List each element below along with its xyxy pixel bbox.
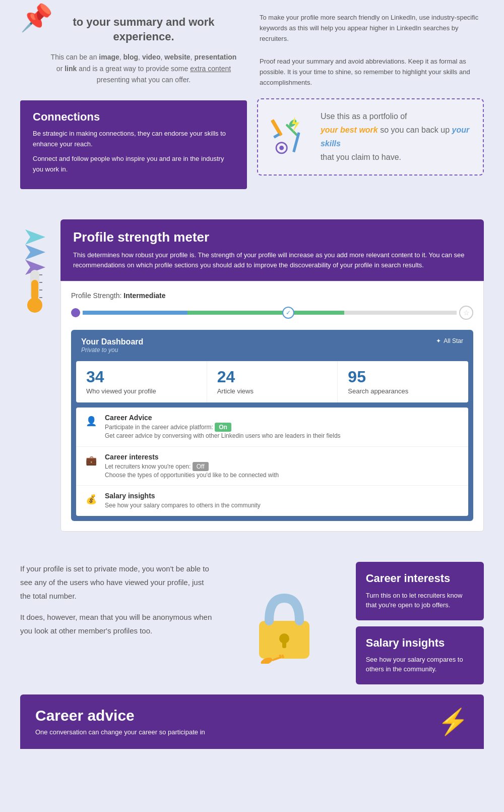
portfolio-line1: Use this as a portfolio of: [321, 112, 407, 121]
connections-para2: Connect and follow people who inspire yo…: [33, 154, 234, 175]
lightning-icon-area: ⚡: [437, 707, 469, 736]
stat-search-number: 95: [348, 369, 458, 385]
allstar-icon: ✦: [436, 337, 441, 344]
portfolio-box: Use this as a portfolio of your best wor…: [257, 98, 484, 176]
allstar-label: All Star: [444, 337, 463, 344]
svg-marker-9: [25, 245, 45, 260]
progress-bar: ✓: [83, 311, 457, 315]
salary-insights-title: Salary insights: [105, 492, 261, 500]
lock-svg: [246, 583, 322, 664]
svg-rect-20: [282, 641, 286, 648]
progress-check: ✓: [282, 307, 294, 319]
career-interests-desc: Choose the types of opportunities you'd …: [105, 471, 279, 480]
feature-career-advice: 👤 Career Advice Participate in the caree…: [76, 408, 468, 447]
portfolio-orange1: your best work: [321, 126, 378, 134]
left-panel: 📌 to your summary and work experience. T…: [20, 10, 247, 189]
stat-views: 34 Who viewed your profile: [76, 361, 207, 402]
svg-rect-12: [31, 280, 38, 300]
feature-salary-insights: 💰 Salary insights See how your salary co…: [76, 486, 468, 516]
stat-articles: 24 Article views: [207, 361, 338, 402]
career-advice-toggle-line: Participate in the career advice platfor…: [105, 423, 341, 432]
progress-dot: [71, 308, 80, 317]
career-advice-title: Career Advice: [105, 414, 341, 422]
salary-insights-desc: See how your salary compares to others i…: [105, 501, 261, 510]
right-tip2: Proof read your summary and avoid abbrev…: [257, 54, 484, 90]
portfolio-line3: that you claim to have.: [321, 153, 401, 161]
strength-header: Profile strength meter This determines h…: [60, 219, 484, 281]
dashboard-stats: 34 Who viewed your profile 24 Article vi…: [76, 361, 468, 402]
svg-marker-8: [25, 229, 45, 245]
dashboard-title: Your Dashboard: [81, 337, 143, 346]
stat-search-label: Search appearances: [348, 387, 458, 395]
career-interests-card: Career interests Turn this on to let rec…: [356, 562, 484, 620]
portfolio-text: Use this as a portfolio of your best wor…: [321, 109, 473, 164]
left-content: to your summary and work experience. Thi…: [20, 10, 247, 90]
career-advice-icon: 👤: [84, 414, 99, 429]
career-interests-card-title: Career interests: [366, 572, 474, 585]
profile-strength-label: Profile Strength: Intermediate: [71, 292, 473, 300]
career-advice-footer-title: Career advice: [35, 707, 205, 724]
tools-illustration: [268, 111, 313, 162]
salary-insights-icon: 💰: [84, 492, 99, 507]
connections-title: Connections: [33, 110, 234, 124]
stat-views-number: 34: [86, 369, 197, 385]
dashboard-features: 👤 Career Advice Participate in the caree…: [76, 408, 468, 516]
stat-views-label: Who viewed your profile: [86, 387, 197, 395]
dashboard-subtitle: Private to you: [81, 346, 143, 354]
strength-description: This determines how robust your profile …: [73, 250, 471, 271]
salary-insights-content: Salary insights See how your salary comp…: [105, 492, 261, 510]
career-interests-card-desc: Turn this on to let recruiters know that…: [366, 591, 474, 610]
divider1: [0, 199, 504, 209]
thermometer-area: [20, 219, 50, 532]
career-interests-icon: 💼: [84, 453, 99, 468]
private-mode-para1: If your profile is set to private mode, …: [20, 562, 212, 603]
career-advice-desc: Get career advice by conversing with oth…: [105, 432, 341, 440]
connections-para1: Be strategic in making connections, they…: [33, 129, 234, 150]
svg-point-13: [27, 298, 42, 313]
career-interests-toggle[interactable]: Off: [193, 462, 209, 471]
svg-point-5: [279, 146, 284, 150]
stat-search: 95 Search appearances: [338, 361, 468, 402]
bottom-text-block: If your profile is set to private mode, …: [20, 562, 212, 684]
right-tip1: To make your profile more search friendl…: [257, 10, 484, 46]
career-interests-toggle-line: Let recruiters know you're open: Off: [105, 462, 279, 471]
career-advice-toggle[interactable]: On: [215, 423, 231, 432]
svg-rect-1: [273, 133, 280, 139]
feature-career-interests: 💼 Career interests Let recruiters know y…: [76, 447, 468, 486]
pin-icon: 📌: [20, 3, 53, 33]
thermometer-svg: [20, 219, 50, 320]
top-section: 📌 to your summary and work experience. T…: [0, 0, 504, 199]
lock-area: [220, 562, 348, 684]
top-body: This can be an image, blog, video, websi…: [50, 51, 237, 85]
career-footer: Career advice One conversation can chang…: [20, 694, 484, 749]
salary-insights-card: Salary insights See how your salary comp…: [356, 626, 484, 684]
strength-title: Profile strength meter: [73, 229, 471, 245]
top-heading: to your summary and work experience.: [50, 15, 237, 44]
stat-articles-label: Article views: [217, 387, 328, 395]
strength-main: Profile strength meter This determines h…: [60, 219, 484, 532]
progress-fill: [83, 311, 344, 315]
dashboard-header: Your Dashboard Private to you ✦ All Star: [71, 330, 473, 356]
strength-body: Profile Strength: Intermediate ✓ ☆ Your …: [60, 281, 484, 532]
all-star-badge: ✦ All Star: [436, 337, 463, 344]
career-advice-footer-content: Career advice One conversation can chang…: [35, 707, 205, 736]
side-cards: Career interests Turn this on to let rec…: [356, 562, 484, 684]
portfolio-line2: so you can back up: [380, 126, 452, 134]
private-mode-para2: It does, however, mean that you will be …: [20, 610, 212, 637]
career-interests-content: Career interests Let recruiters know you…: [105, 453, 279, 480]
career-advice-footer-desc: One conversation can change your career …: [35, 728, 205, 736]
strength-section: Profile strength meter This determines h…: [0, 209, 504, 542]
career-advice-content: Career Advice Participate in the career …: [105, 414, 341, 440]
salary-insights-card-desc: See how your salary compares to others i…: [366, 655, 474, 674]
divider2: [0, 542, 504, 552]
progress-bar-container: ✓ ☆: [71, 306, 473, 320]
dashboard-box: Your Dashboard Private to you ✦ All Star…: [71, 330, 473, 521]
dashboard-title-area: Your Dashboard Private to you: [81, 337, 143, 354]
stat-articles-number: 24: [217, 369, 328, 385]
career-interests-title: Career interests: [105, 453, 279, 461]
salary-insights-card-title: Salary insights: [366, 636, 474, 650]
right-panel: To make your profile more search friendl…: [257, 10, 484, 189]
connections-box: Connections Be strategic in making conne…: [20, 100, 247, 189]
progress-star: ☆: [459, 306, 473, 320]
bottom-layout: If your profile is set to private mode, …: [0, 552, 504, 694]
